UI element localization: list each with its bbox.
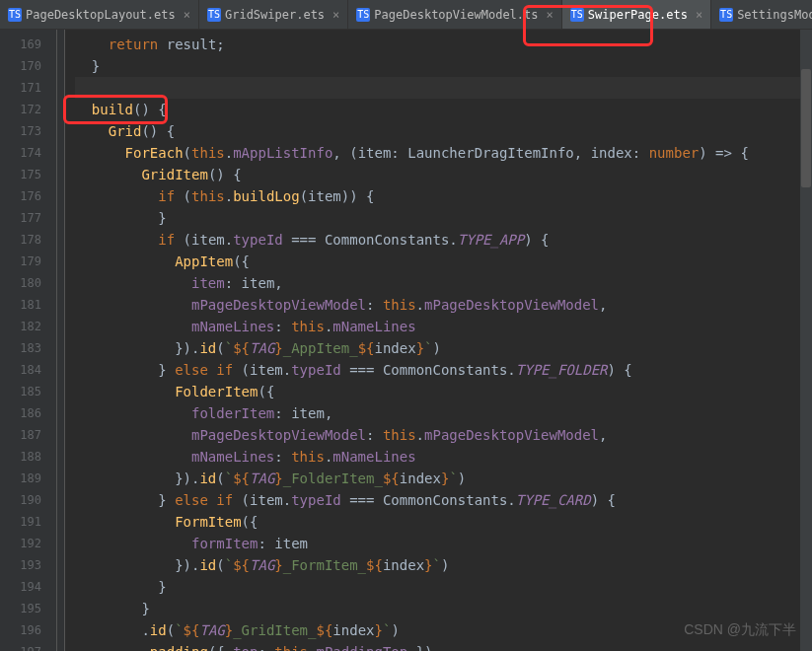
line-number: 179 (0, 251, 41, 272)
file-type-icon: TS (356, 8, 370, 22)
line-number: 169 (0, 34, 41, 55)
close-icon[interactable]: × (184, 8, 190, 22)
close-icon[interactable]: × (547, 8, 554, 22)
line-number: 195 (0, 598, 41, 619)
code-line[interactable]: } (75, 55, 812, 77)
code-line[interactable]: Grid() { (75, 120, 812, 142)
line-number: 181 (0, 294, 41, 316)
line-number: 184 (0, 359, 41, 381)
tab-label: SwiperPage.ets (588, 8, 688, 22)
line-number: 190 (0, 489, 41, 511)
code-line[interactable]: build() { (75, 99, 812, 120)
line-number: 196 (0, 619, 41, 641)
code-line[interactable]: ForEach(this.mAppListInfo, (item: Launch… (75, 142, 812, 164)
line-number: 177 (0, 207, 41, 229)
line-number: 191 (0, 511, 41, 533)
tab-label: GridSwiper.ets (225, 8, 325, 22)
code-line[interactable]: FormItem({ (75, 511, 812, 533)
close-icon[interactable]: × (696, 8, 702, 22)
line-number: 172 (0, 99, 41, 120)
line-number: 175 (0, 164, 41, 185)
line-number: 171 (0, 77, 41, 99)
code-editor: 1691701711721731741751761771781791801811… (0, 30, 812, 651)
code-line[interactable]: return result; (75, 34, 812, 55)
code-line[interactable]: if (item.typeId === CommonConstants.TYPE… (75, 229, 812, 251)
line-number: 183 (0, 337, 41, 359)
line-number: 194 (0, 576, 41, 598)
tab-label: SettingsModel.ts (737, 8, 812, 22)
file-type-icon: TS (8, 8, 22, 22)
line-number: 182 (0, 316, 41, 337)
code-line[interactable]: formItem: item (75, 533, 812, 554)
code-area[interactable]: return result; } build() { Grid() { ForE… (65, 30, 812, 651)
code-line[interactable]: folderItem: item, (75, 402, 812, 424)
code-line[interactable]: if (this.buildLog(item)) { (75, 185, 812, 207)
line-number: 188 (0, 446, 41, 468)
file-type-icon: TS (207, 8, 221, 22)
line-number: 193 (0, 554, 41, 576)
code-line[interactable]: GridItem() { (75, 164, 812, 185)
line-number: 185 (0, 381, 41, 402)
code-line[interactable]: item: item, (75, 272, 812, 294)
code-line[interactable]: mNameLines: this.mNameLines (75, 446, 812, 468)
line-number: 173 (0, 120, 41, 142)
code-line[interactable]: mNameLines: this.mNameLines (75, 316, 812, 337)
code-line[interactable]: } else if (item.typeId === CommonConstan… (75, 359, 812, 381)
editor-tabs: TSPageDesktopLayout.ets×TSGridSwiper.ets… (0, 0, 812, 30)
tab-label: PageDesktopLayout.ets (26, 8, 176, 22)
line-number: 192 (0, 533, 41, 554)
line-number: 197 (0, 641, 41, 651)
code-line[interactable] (75, 77, 812, 99)
code-line[interactable]: }).id(`${TAG}_AppItem_${index}`) (75, 337, 812, 359)
line-number: 178 (0, 229, 41, 251)
code-line[interactable]: FolderItem({ (75, 381, 812, 402)
line-number: 186 (0, 402, 41, 424)
scrollbar-thumb[interactable] (801, 69, 811, 187)
tab-label: PageDesktopViewModel.ts (374, 8, 538, 22)
tab-PageDesktopLayout-ets[interactable]: TSPageDesktopLayout.ets× (0, 0, 199, 29)
tab-PageDesktopViewModel-ts[interactable]: TSPageDesktopViewModel.ts× (348, 0, 561, 29)
file-type-icon: TS (719, 8, 733, 22)
line-number: 187 (0, 424, 41, 446)
file-type-icon: TS (570, 8, 584, 22)
code-line[interactable]: } else if (item.typeId === CommonConstan… (75, 489, 812, 511)
line-number: 170 (0, 55, 41, 77)
watermark-text: CSDN @九流下半 (684, 621, 796, 639)
code-line[interactable]: .padding({ top: this.mPaddingTop }) (75, 641, 812, 651)
code-line[interactable]: mPageDesktopViewModel: this.mPageDesktop… (75, 294, 812, 316)
tab-GridSwiper-ets[interactable]: TSGridSwiper.ets× (199, 0, 348, 29)
fold-gutter[interactable] (49, 30, 65, 651)
code-line[interactable]: } (75, 598, 812, 619)
code-line[interactable]: }).id(`${TAG}_FolderItem_${index}`) (75, 468, 812, 489)
line-number-gutter: 1691701711721731741751761771781791801811… (0, 30, 49, 651)
code-line[interactable]: } (75, 576, 812, 598)
line-number: 174 (0, 142, 41, 164)
tab-SettingsModel-ts[interactable]: TSSettingsModel.ts× (711, 0, 812, 29)
close-icon[interactable]: × (332, 8, 339, 22)
code-line[interactable]: mPageDesktopViewModel: this.mPageDesktop… (75, 424, 812, 446)
code-line[interactable]: }).id(`${TAG}_FormItem_${index}`) (75, 554, 812, 576)
line-number: 176 (0, 185, 41, 207)
code-line[interactable]: } (75, 207, 812, 229)
vertical-scrollbar[interactable] (800, 30, 812, 651)
line-number: 180 (0, 272, 41, 294)
line-number: 189 (0, 468, 41, 489)
code-line[interactable]: AppItem({ (75, 251, 812, 272)
tab-SwiperPage-ets[interactable]: TSSwiperPage.ets× (562, 0, 711, 29)
